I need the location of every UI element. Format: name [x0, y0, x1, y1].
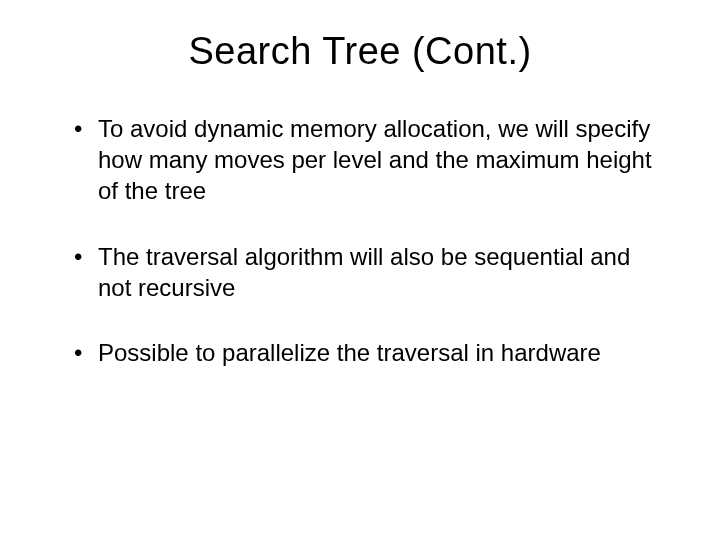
list-item: To avoid dynamic memory allocation, we w… [80, 113, 670, 207]
bullet-list: To avoid dynamic memory allocation, we w… [50, 113, 670, 368]
list-item: The traversal algorithm will also be seq… [80, 241, 670, 303]
list-item: Possible to parallelize the traversal in… [80, 337, 670, 368]
slide-title: Search Tree (Cont.) [50, 30, 670, 73]
